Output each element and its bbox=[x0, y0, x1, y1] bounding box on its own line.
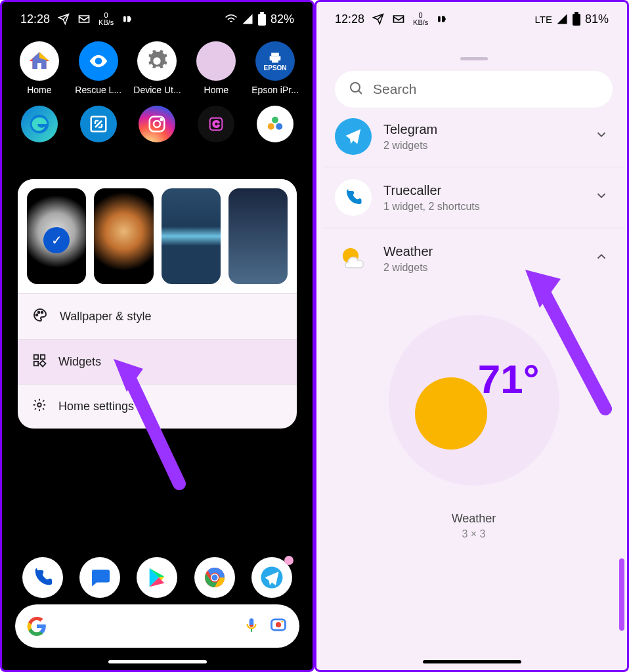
send-icon bbox=[58, 13, 70, 25]
app-home[interactable]: Home bbox=[14, 41, 64, 95]
app-resize[interactable] bbox=[74, 106, 123, 142]
app-label: Home bbox=[27, 85, 51, 95]
chrome-icon[interactable] bbox=[194, 557, 235, 598]
svg-text:C: C bbox=[213, 119, 220, 129]
svg-rect-2 bbox=[260, 12, 264, 14]
wifi-icon bbox=[225, 12, 238, 26]
sun-icon bbox=[415, 377, 487, 450]
temperature-text: 71° bbox=[478, 356, 540, 402]
printer-icon: EPSON bbox=[255, 41, 295, 81]
app-row-2: C bbox=[2, 95, 313, 142]
app-home-folder[interactable]: Home bbox=[191, 41, 241, 95]
svg-point-17 bbox=[36, 314, 38, 316]
search-placeholder: Search bbox=[373, 81, 417, 97]
gear-icon bbox=[137, 41, 177, 81]
signal-icon bbox=[556, 13, 568, 25]
preview-label: Weather bbox=[323, 512, 624, 526]
play-store-icon[interactable] bbox=[137, 557, 177, 598]
wallpaper-strip: ✓ bbox=[18, 179, 297, 293]
app-epson[interactable]: EPSON Epson iPr... bbox=[250, 41, 300, 95]
widget-search[interactable]: Search bbox=[335, 71, 613, 108]
statusbar: 12:28 0KB/s LTE 81% bbox=[316, 2, 627, 36]
netspeed-icon: 0KB/s bbox=[98, 12, 114, 26]
folder-icon bbox=[196, 41, 236, 81]
telegram-app-icon[interactable] bbox=[251, 557, 292, 598]
svg-point-18 bbox=[38, 312, 40, 314]
screenshot-right: 12:28 0KB/s LTE 81% Search Telegram 2 wi… bbox=[314, 0, 629, 672]
lens-icon[interactable] bbox=[269, 616, 288, 637]
widget-app-sub: 1 widget, 2 shortcuts bbox=[383, 201, 582, 213]
mail-icon bbox=[77, 12, 91, 26]
app-label: Home bbox=[204, 85, 228, 95]
eye-icon bbox=[79, 41, 118, 81]
app-label: Rescue L... bbox=[75, 85, 121, 95]
menu-label: Widgets bbox=[58, 355, 101, 369]
svg-rect-23 bbox=[40, 361, 46, 367]
gear-icon bbox=[32, 398, 47, 415]
menu-wallpaper-style[interactable]: Wallpaper & style bbox=[18, 293, 297, 339]
widgets-icon bbox=[32, 353, 47, 371]
chevron-down-icon bbox=[594, 127, 609, 146]
edge-icon bbox=[21, 106, 58, 142]
app-label: Epson iPr... bbox=[251, 85, 299, 95]
preview-size: 3 × 3 bbox=[323, 528, 624, 540]
google-logo-icon bbox=[27, 616, 47, 636]
svg-point-3 bbox=[97, 59, 100, 62]
widget-app-title: Telegram bbox=[383, 122, 582, 137]
svg-rect-34 bbox=[438, 16, 441, 22]
svg-rect-35 bbox=[573, 14, 580, 26]
wallpaper-thumb-1[interactable]: ✓ bbox=[27, 188, 86, 284]
widget-app-truecaller[interactable]: Truecaller 1 widget, 2 shortcuts bbox=[323, 167, 624, 228]
phone-app-icon[interactable] bbox=[22, 557, 63, 598]
google-search-bar[interactable] bbox=[15, 604, 299, 648]
svg-point-16 bbox=[276, 123, 282, 130]
svg-rect-0 bbox=[123, 16, 126, 22]
widget-app-title: Weather bbox=[383, 244, 582, 259]
weather-widget-preview[interactable]: 71° bbox=[389, 315, 559, 486]
app-rescue[interactable]: Rescue L... bbox=[74, 41, 123, 95]
truecaller-icon bbox=[335, 179, 372, 216]
svg-point-32 bbox=[276, 622, 281, 627]
check-icon: ✓ bbox=[43, 227, 70, 253]
circles-icon bbox=[257, 106, 293, 142]
app-row-1: Home Rescue L... Device Ut... Home EPSON… bbox=[2, 36, 313, 95]
google-home-icon bbox=[20, 41, 59, 81]
weather-icon bbox=[335, 240, 372, 277]
app-device-utility[interactable]: Device Ut... bbox=[132, 41, 182, 95]
scrollbar-thumb[interactable] bbox=[619, 558, 624, 631]
mic-icon[interactable] bbox=[243, 616, 260, 636]
home-options-sheet: ✓ Wallpaper & style Widgets Home setting… bbox=[18, 179, 297, 429]
messages-app-icon[interactable] bbox=[79, 557, 120, 598]
gesture-nav-bar[interactable] bbox=[108, 660, 207, 663]
svg-rect-20 bbox=[34, 355, 38, 359]
mail-icon bbox=[392, 12, 405, 26]
menu-widgets[interactable]: Widgets bbox=[18, 339, 297, 384]
widget-app-telegram[interactable]: Telegram 2 widgets bbox=[323, 114, 624, 167]
dock bbox=[2, 557, 313, 598]
svg-rect-36 bbox=[575, 12, 578, 14]
sheet-handle[interactable] bbox=[460, 57, 488, 60]
widget-app-sub: 2 widgets bbox=[383, 262, 582, 274]
app-canva[interactable]: C bbox=[191, 106, 241, 142]
wallpaper-thumb-2[interactable] bbox=[94, 188, 153, 284]
app-instagram[interactable] bbox=[132, 106, 182, 142]
widget-app-weather[interactable]: Weather 2 widgets bbox=[323, 228, 624, 289]
gesture-nav-bar[interactable] bbox=[423, 660, 521, 663]
notification-icon bbox=[121, 13, 133, 25]
menu-home-settings[interactable]: Home settings bbox=[18, 384, 297, 429]
canva-icon: C bbox=[198, 106, 234, 142]
wallpaper-thumb-4[interactable] bbox=[228, 188, 288, 284]
wallpaper-thumb-3[interactable] bbox=[162, 188, 221, 284]
battery-icon bbox=[257, 12, 267, 26]
widget-app-title: Truecaller bbox=[383, 183, 582, 198]
screenshot-left: 12:28 0KB/s 82% Home Rescue L... Device … bbox=[0, 0, 314, 672]
svg-point-37 bbox=[351, 83, 360, 92]
app-generic[interactable] bbox=[250, 106, 300, 142]
netspeed-icon: 0KB/s bbox=[413, 12, 428, 26]
signal-icon bbox=[242, 13, 253, 25]
svg-rect-4 bbox=[271, 52, 279, 56]
app-edge[interactable] bbox=[14, 106, 64, 142]
svg-rect-22 bbox=[34, 362, 38, 366]
network-text: LTE bbox=[535, 14, 552, 25]
svg-point-15 bbox=[268, 123, 274, 130]
